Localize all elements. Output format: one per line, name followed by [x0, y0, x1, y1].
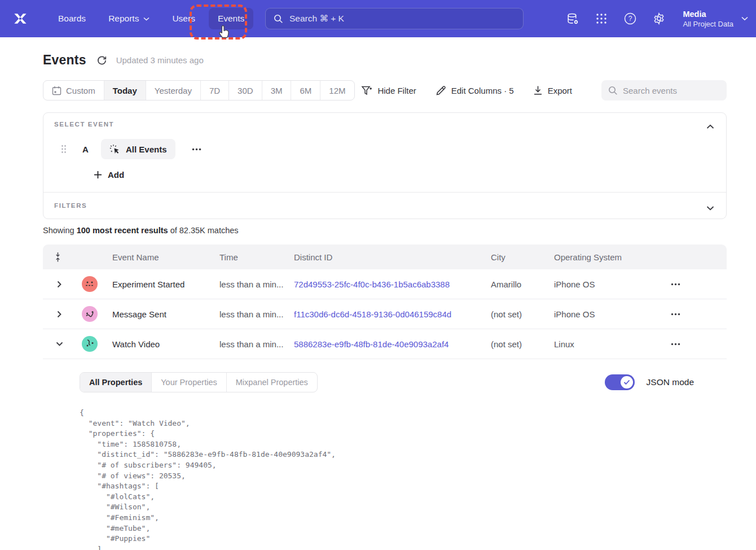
nav-item-users[interactable]: Users [163, 8, 204, 29]
select-event-section: SELECT EVENT A [43, 113, 726, 192]
col-header-distinct-id[interactable]: Distinct ID [285, 252, 482, 262]
range-7d[interactable]: 7D [200, 81, 228, 100]
help-icon[interactable]: ? [623, 11, 638, 26]
calendar-icon [52, 86, 61, 95]
row-more-icon[interactable] [658, 313, 680, 316]
cell-time: less than a min... [211, 309, 285, 319]
event-avatar [82, 276, 98, 292]
json-mode-label: JSON mode [647, 377, 694, 387]
event-avatar [82, 306, 98, 322]
results-prefix: Showing [43, 226, 77, 235]
range-3m[interactable]: 3M [262, 81, 291, 100]
plus-icon [94, 171, 102, 179]
nav-item-label: Users [172, 14, 195, 24]
nav-item-reports[interactable]: Reports [99, 8, 159, 29]
project-selector[interactable]: Media All Project Data [683, 9, 748, 29]
global-search-input[interactable]: Search ⌘ + K [265, 8, 524, 29]
sparkle-cursor-icon [109, 144, 120, 155]
cell-city: (not set) [482, 339, 546, 349]
expand-row-icon[interactable] [54, 277, 65, 291]
nav-item-label: Events [218, 14, 244, 24]
range-label: 6M [300, 86, 311, 95]
cell-os: iPhone OS [546, 309, 658, 319]
range-30d[interactable]: 30D [228, 81, 262, 100]
cell-distinct-id: 5886283e-e9fb-48fb-81de-40e9093a2af4 [285, 339, 482, 349]
distinct-id-link[interactable]: 72d49553-25fc-4f0c-b436-1b5ac6ab3388 [294, 280, 450, 289]
col-header-city[interactable]: City [482, 252, 546, 262]
hide-filter-button[interactable]: Hide Filter [361, 85, 416, 96]
step-letter: A [82, 145, 90, 154]
data-management-icon[interactable] [565, 11, 580, 26]
check-icon [623, 379, 630, 385]
search-icon [608, 86, 618, 95]
event-selector-pill[interactable]: All Events [101, 139, 175, 159]
results-count: 100 most recent results [77, 226, 168, 235]
range-label: Today [113, 86, 137, 95]
toggle-knob [621, 376, 633, 389]
edit-columns-button[interactable]: Edit Columns · 5 [436, 85, 514, 96]
events-table: Event Name Time Distinct ID City Operati… [43, 245, 727, 550]
cell-city: Amarillo [482, 280, 546, 289]
collapse-row-icon[interactable] [52, 338, 67, 350]
pencil-icon [436, 85, 446, 96]
range-12m[interactable]: 12M [320, 81, 354, 100]
tab-all-properties[interactable]: All Properties [80, 373, 151, 392]
cell-time: less than a min... [211, 339, 285, 349]
nav-item-boards[interactable]: Boards [49, 8, 95, 29]
cell-os: Linux [546, 339, 658, 349]
settings-gear-icon[interactable] [652, 11, 666, 26]
expand-filters-icon[interactable] [706, 203, 715, 212]
event-detail-panel: All Properties Your Properties Mixpanel … [43, 359, 727, 550]
filters-label: FILTERS [54, 202, 87, 209]
top-nav: Boards Reports Users Events Search ⌘ + K [0, 0, 756, 37]
range-6m[interactable]: 6M [291, 81, 320, 100]
json-mode-toggle[interactable] [605, 374, 635, 390]
drag-handle-icon[interactable] [61, 145, 69, 154]
cell-distinct-id: 72d49553-25fc-4f0c-b436-1b5ac6ab3388 [285, 280, 482, 289]
expand-row-icon[interactable] [54, 307, 65, 321]
range-custom[interactable]: Custom [43, 81, 104, 100]
distinct-id-link[interactable]: f11c30d6-dc6d-4518-9136-0d046159c84d [294, 309, 451, 319]
apps-grid-icon[interactable] [594, 11, 609, 26]
row-more-icon[interactable] [658, 343, 680, 346]
range-yesterday[interactable]: Yesterday [146, 81, 200, 100]
tab-mixpanel-properties[interactable]: Mixpanel Properties [226, 373, 317, 392]
page-title: Events [43, 53, 86, 68]
project-scope: All Project Data [683, 20, 733, 28]
refresh-icon[interactable] [96, 55, 108, 66]
tab-your-properties[interactable]: Your Properties [151, 373, 226, 392]
hide-filter-label: Hide Filter [377, 86, 416, 95]
sort-icon[interactable] [55, 252, 64, 263]
search-events-input[interactable]: Search events [601, 80, 727, 101]
range-label: 7D [209, 86, 220, 95]
event-more-icon[interactable] [188, 145, 205, 154]
results-suffix: of 82.35K matches [168, 226, 239, 235]
export-button[interactable]: Export [533, 85, 572, 95]
filters-section[interactable]: FILTERS [43, 193, 726, 219]
nav-item-events[interactable]: Events [209, 8, 253, 29]
mixpanel-logo[interactable] [11, 9, 30, 28]
properties-tabs: All Properties Your Properties Mixpanel … [80, 372, 318, 392]
toolbar: Custom Today Yesterday 7D 30D 3M 6M 12M … [43, 80, 727, 101]
chevron-down-icon [741, 16, 748, 21]
table-header-row: Event Name Time Distinct ID City Operati… [43, 245, 727, 269]
nav-item-label: Boards [58, 14, 86, 24]
event-json-viewer[interactable]: { "event": "Watch Video", "properties": … [80, 408, 713, 550]
row-more-icon[interactable] [658, 283, 680, 286]
query-builder-card: SELECT EVENT A [43, 112, 727, 219]
results-summary: Showing 100 most recent results of 82.35… [43, 226, 239, 235]
add-event-button[interactable]: Add [94, 170, 124, 180]
col-header-time[interactable]: Time [211, 252, 285, 262]
range-label: Yesterday [155, 86, 192, 95]
range-label: Custom [66, 86, 95, 95]
range-today[interactable]: Today [104, 81, 146, 100]
distinct-id-link[interactable]: 5886283e-e9fb-48fb-81de-40e9093a2af4 [294, 339, 449, 349]
cell-city: (not set) [482, 309, 546, 319]
collapse-section-icon[interactable] [706, 122, 715, 131]
download-icon [533, 85, 543, 95]
nav-right-cluster: ? Media All Project Data [565, 0, 748, 37]
col-header-os[interactable]: Operating System [546, 252, 658, 262]
edit-columns-label: Edit Columns · 5 [451, 86, 514, 95]
col-header-event-name[interactable]: Event Name [104, 252, 211, 262]
cell-os: iPhone OS [546, 280, 658, 289]
